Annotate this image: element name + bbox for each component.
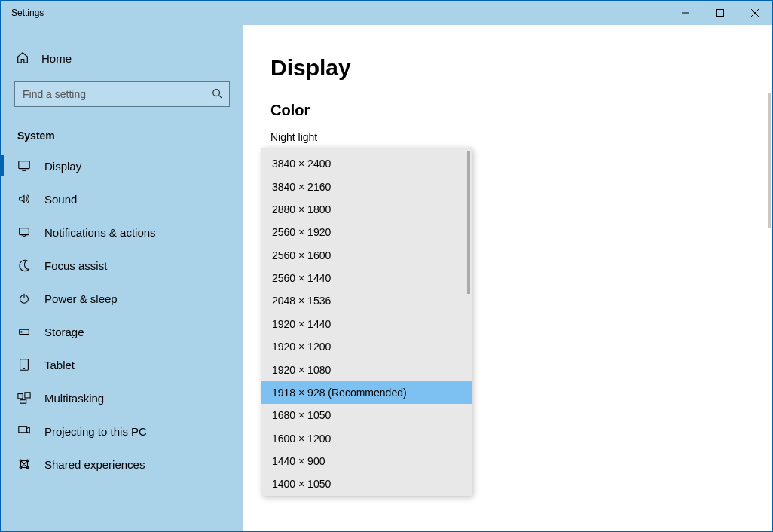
search-wrap — [14, 81, 230, 107]
home-label: Home — [41, 52, 72, 65]
svg-rect-18 — [19, 427, 27, 433]
resolution-option[interactable]: 1600 × 1200 — [261, 427, 472, 450]
project-icon — [17, 424, 31, 438]
resolution-option[interactable]: 1920 × 1200 — [261, 335, 472, 358]
sidebar-item-label: Display — [44, 160, 81, 173]
main-scrollbar[interactable] — [768, 93, 771, 228]
sidebar-item-shared-experiences[interactable]: Shared experiences — [1, 448, 243, 481]
resolution-option[interactable]: 3840 × 2160 — [261, 175, 472, 197]
search-input[interactable] — [14, 81, 230, 107]
sidebar-item-label: Power & sleep — [44, 292, 118, 305]
resolution-option[interactable]: 2560 × 1440 — [261, 267, 472, 289]
svg-rect-16 — [25, 393, 30, 398]
resolution-option[interactable]: 1400 × 1050 — [261, 472, 472, 495]
search-icon — [212, 88, 222, 102]
section-color: Color — [270, 102, 745, 119]
sidebar-item-label: Shared experiences — [44, 458, 145, 471]
resolution-option[interactable]: 2560 × 1600 — [261, 244, 472, 267]
display-icon — [17, 159, 31, 173]
sidebar-item-label: Tablet — [44, 359, 75, 371]
resolution-option[interactable]: 2560 × 1920 — [261, 221, 472, 243]
sidebar-item-label: Multitasking — [44, 392, 104, 405]
dropdown-scrollbar[interactable] — [467, 151, 470, 294]
sidebar-item-tablet[interactable]: Tablet — [1, 348, 243, 381]
maximize-button[interactable] — [703, 1, 738, 25]
svg-rect-1 — [717, 10, 724, 17]
sidebar-item-focus-assist[interactable]: Focus assist — [1, 249, 243, 282]
shared-icon — [17, 457, 31, 471]
moon-icon — [17, 258, 31, 272]
multitask-icon — [17, 391, 31, 405]
resolution-dropdown[interactable]: 3840 × 24003840 × 21602880 × 18002560 × … — [261, 148, 472, 496]
svg-rect-15 — [18, 394, 23, 399]
sidebar-item-power-sleep[interactable]: Power & sleep — [1, 282, 243, 315]
resolution-option[interactable]: 1918 × 928 (Recommended) — [261, 381, 472, 404]
sound-icon — [17, 192, 31, 206]
sidebar-item-label: Projecting to this PC — [44, 425, 147, 438]
sidebar: Home System DisplaySoundNotifications & … — [1, 25, 243, 531]
svg-line-5 — [219, 96, 222, 99]
notifications-icon — [17, 225, 31, 239]
resolution-option[interactable]: 1680 × 1050 — [261, 404, 472, 427]
night-light-label: Night light — [270, 131, 745, 143]
resolution-option[interactable]: 2880 × 1800 — [261, 198, 472, 221]
sidebar-item-label: Notifications & actions — [44, 226, 156, 239]
resolution-option[interactable]: 3840 × 2400 — [261, 152, 472, 175]
sidebar-item-notifications-actions[interactable]: Notifications & actions — [1, 216, 243, 249]
home-icon — [16, 50, 29, 66]
dropdown-inner: 3840 × 24003840 × 21602880 × 18002560 × … — [261, 148, 472, 496]
sidebar-item-projecting-to-this-pc[interactable]: Projecting to this PC — [1, 414, 243, 448]
resolution-option[interactable]: 1920 × 1080 — [261, 358, 472, 381]
resolution-option[interactable]: 1920 × 1440 — [261, 313, 472, 335]
sidebar-item-label: Focus assist — [44, 259, 107, 272]
window-title: Settings — [1, 8, 44, 18]
close-button[interactable] — [738, 1, 772, 25]
svg-rect-17 — [20, 400, 26, 404]
page-title: Display — [270, 55, 745, 81]
sidebar-item-multitasking[interactable]: Multitasking — [1, 381, 243, 414]
settings-window: Settings Home System DisplaySoundNotific… — [0, 0, 773, 532]
sidebar-item-label: Sound — [44, 193, 77, 206]
sidebar-item-display[interactable]: Display — [1, 149, 243, 182]
storage-icon — [17, 325, 31, 338]
resolution-option[interactable]: 2048 × 1536 — [261, 289, 472, 312]
svg-point-12 — [21, 332, 22, 332]
window-body: Home System DisplaySoundNotifications & … — [1, 25, 772, 531]
sidebar-item-storage[interactable]: Storage — [1, 315, 243, 348]
svg-rect-8 — [20, 228, 29, 235]
nav-list: DisplaySoundNotifications & actionsFocus… — [1, 149, 243, 481]
svg-rect-6 — [19, 161, 29, 169]
sidebar-item-sound[interactable]: Sound — [1, 182, 243, 216]
category-label: System — [1, 119, 243, 149]
titlebar: Settings — [1, 1, 772, 25]
power-icon — [17, 292, 31, 305]
svg-point-4 — [213, 90, 220, 96]
sidebar-item-label: Storage — [44, 326, 84, 338]
minimize-button[interactable] — [668, 1, 703, 25]
home-nav[interactable]: Home — [1, 41, 243, 75]
tablet-icon — [17, 358, 31, 371]
resolution-option[interactable]: 1440 × 900 — [261, 450, 472, 472]
window-controls — [668, 1, 772, 25]
